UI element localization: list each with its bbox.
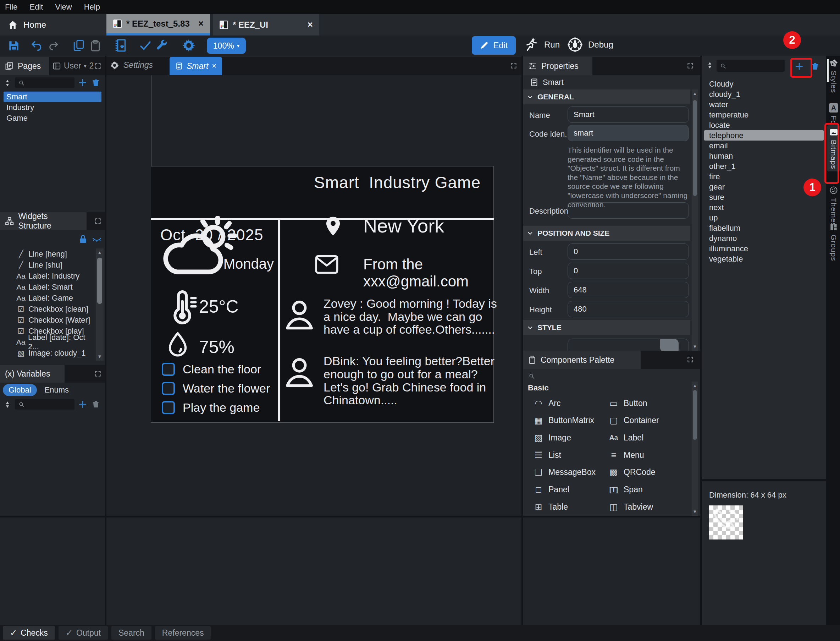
delete-variable-button[interactable] (92, 400, 100, 409)
tab-pages[interactable]: Pages (0, 57, 49, 75)
bitmap-item-illuminance[interactable]: illuminance (702, 243, 826, 254)
save-button[interactable] (8, 40, 20, 52)
palette-item-menu[interactable]: ≡ Menu (607, 446, 683, 464)
top-field[interactable] (568, 263, 689, 279)
todo-checkbox-2[interactable] (162, 401, 175, 414)
variables-sort-icon[interactable] (3, 400, 11, 409)
bitmap-item-telephone[interactable]: telephone (704, 130, 824, 140)
todo-checkbox-0[interactable] (162, 363, 175, 376)
menu-edit[interactable]: Edit (29, 3, 43, 12)
bitmap-item-water[interactable]: water (702, 99, 826, 110)
bitmap-item-other_1[interactable]: other_1 (702, 161, 826, 171)
widget-tree-item[interactable]: Aa Label: Game (0, 293, 96, 303)
page-editor-canvas[interactable]: Smart Industry Game Oct 20 / 2025 Monday… (106, 75, 522, 516)
palette-item-tabview[interactable]: ◫ Tabview (607, 498, 683, 515)
palette-item-container[interactable]: ▢ Container (607, 412, 683, 429)
build-wrench-button[interactable] (155, 39, 168, 52)
tab-user[interactable]: User ▾ 2 (53, 61, 94, 71)
add-variable-button[interactable] (78, 399, 87, 409)
variables-tab-global[interactable]: Global (3, 384, 37, 396)
palette-item-table[interactable]: ⊞ Table (532, 498, 607, 515)
bitmap-item-flabellum[interactable]: flabellum (702, 223, 826, 233)
tab-components-palette[interactable]: Components Palette (523, 351, 641, 369)
name-field[interactable] (568, 106, 689, 123)
bitmaps-sort-icon[interactable] (706, 61, 714, 69)
style-field-button[interactable] (660, 339, 679, 351)
strip-tab-groups[interactable]: Groups (827, 222, 840, 261)
style-field-partial[interactable] (568, 338, 689, 351)
close-icon[interactable]: × (308, 19, 313, 30)
bitmap-item-up[interactable]: up (702, 213, 826, 223)
palette-item-image[interactable]: ▧ Image (532, 429, 607, 446)
redo-button[interactable] (48, 40, 59, 51)
variables-expand-icon[interactable] (94, 370, 101, 377)
section-style[interactable]: STYLE (523, 320, 690, 335)
palette-item-button[interactable]: ▭ Button (607, 395, 683, 412)
palette-expand-icon[interactable] (687, 356, 694, 363)
pages-list-item-game[interactable]: Game (0, 113, 105, 124)
widget-tree-item[interactable]: Aa Label: Industry (0, 271, 96, 282)
bitmap-item-temperatue[interactable]: temperatue (702, 110, 826, 120)
tab-document-0[interactable]: * EEZ_test_5.83 × (106, 14, 210, 35)
pages-sort-icon[interactable] (3, 79, 11, 87)
bitmap-item-vegetable[interactable]: vegetable (702, 254, 826, 264)
delete-page-button[interactable] (92, 79, 100, 87)
properties-expand-icon[interactable] (687, 62, 694, 69)
eye-closed-icon[interactable] (92, 234, 102, 244)
pages-book-button[interactable] (114, 38, 128, 53)
section-general[interactable]: GENERAL (523, 89, 690, 104)
status-tab-checks[interactable]: ✓ Checks (3, 626, 55, 639)
tab-editor-smart[interactable]: Smart × (170, 57, 222, 75)
tab-variables[interactable]: (x) Variables (0, 365, 64, 383)
run-button[interactable]: Run (524, 36, 560, 53)
strip-tab-styles[interactable]: Styles (827, 58, 840, 93)
bitmap-item-human[interactable]: human (702, 151, 826, 161)
palette-scrollbar[interactable]: ▲ ▼ (692, 382, 698, 516)
undo-button[interactable] (31, 40, 43, 52)
description-field[interactable] (568, 202, 689, 219)
bitmap-item-locate[interactable]: locate (702, 120, 826, 130)
add-page-button[interactable] (78, 78, 87, 87)
widget-tree-item[interactable]: Aa Label [date]: Oct 2... (0, 337, 96, 348)
tab-widgets-structure[interactable]: Widgets Structure (0, 212, 87, 230)
tab-properties[interactable]: Properties (523, 57, 593, 75)
editor-expand-icon[interactable] (510, 62, 517, 69)
menu-file[interactable]: File (5, 3, 18, 12)
widget-tree-item[interactable]: Aa Label: Smart (0, 282, 96, 293)
widget-tree-item[interactable]: ☑ Checkbox [clean] (0, 303, 96, 314)
widget-tree-item[interactable]: ☑ Checkbox [Water] (0, 314, 96, 325)
close-icon[interactable]: × (212, 61, 216, 71)
bitmap-item-email[interactable]: email (702, 140, 826, 151)
bitmap-item-dynamo[interactable]: dynamo (702, 233, 826, 243)
pages-list-item-smart[interactable]: Smart (3, 92, 101, 102)
zoom-dropdown[interactable]: 100%▾ (207, 38, 246, 54)
palette-item-span[interactable]: [T] Span (607, 481, 683, 498)
palette-item-messagebox[interactable]: ❏ MessageBox (532, 464, 607, 481)
pages-expand-icon[interactable] (94, 63, 101, 69)
lock-icon[interactable] (78, 234, 88, 244)
bitmap-item-next[interactable]: next (702, 202, 826, 213)
widget-tree-item[interactable]: ╱ Line [shu] (0, 259, 96, 271)
smart-page-preview[interactable]: Smart Industry Game Oct 20 / 2025 Monday… (151, 166, 494, 423)
widget-tree-item[interactable]: ╱ Line [heng] (0, 248, 96, 259)
palette-item-list[interactable]: ☰ List (532, 446, 607, 464)
tab-document-1[interactable]: * EEZ_UI × (213, 14, 319, 35)
copy-button[interactable] (72, 39, 85, 52)
width-field[interactable] (568, 282, 689, 298)
left-field[interactable] (568, 243, 689, 260)
debug-button[interactable]: Debug (567, 36, 614, 53)
tab-home[interactable]: Home (0, 14, 106, 35)
status-tab-search[interactable]: Search (111, 626, 151, 639)
settings-gear-button[interactable] (181, 38, 196, 53)
status-tab-references[interactable]: References (155, 626, 211, 639)
strip-tab-themes[interactable]: Themes (827, 186, 840, 227)
widget-tree-scrollbar[interactable]: ▲ ▼ (96, 248, 104, 361)
palette-item-qrcode[interactable]: ▩ QRCode (607, 464, 683, 481)
bitmaps-search-input[interactable] (716, 60, 785, 72)
height-field[interactable] (568, 301, 689, 317)
palette-item-panel[interactable]: □ Panel (532, 481, 607, 498)
section-position-size[interactable]: POSITION AND SIZE (523, 226, 690, 241)
pages-list-item-industry[interactable]: Industry (0, 102, 105, 113)
properties-scrollbar[interactable]: ▲ ▼ (692, 89, 698, 351)
palette-item-arc[interactable]: ◠ Arc (532, 395, 607, 412)
